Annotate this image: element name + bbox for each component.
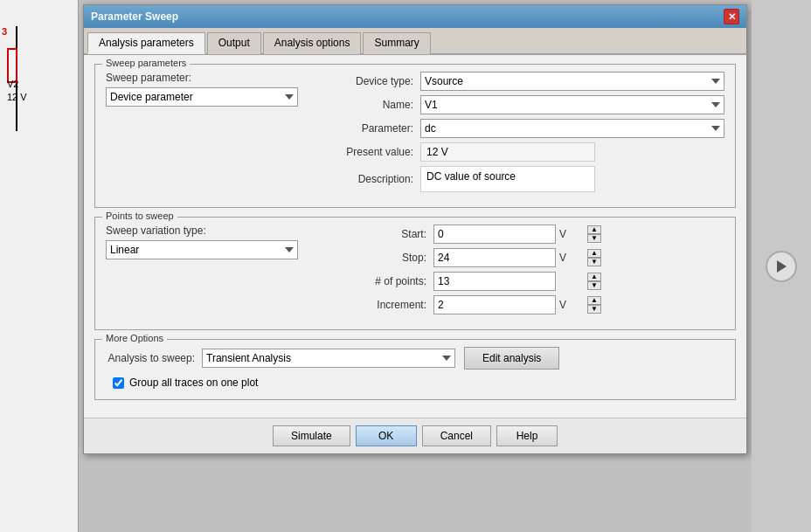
stop-spin-up[interactable]: ▲ xyxy=(587,249,601,258)
tab-analysis-parameters[interactable]: Analysis parameters xyxy=(87,32,205,54)
num-points-input[interactable] xyxy=(433,272,556,291)
simulate-button[interactable]: Simulate xyxy=(273,425,350,446)
sweep-params-section: Sweep parameters Sweep parameter: Device… xyxy=(94,64,736,208)
description-label: Description: xyxy=(333,173,420,185)
start-row: Start: V ▲ ▼ xyxy=(350,225,724,244)
stop-label: Stop: xyxy=(350,252,433,264)
dialog-content: Sweep parameters Sweep parameter: Device… xyxy=(84,55,746,418)
analysis-to-sweep-row: Analysis to sweep: Transient Analysis Ed… xyxy=(106,347,724,370)
variation-type-dropdown[interactable]: Linear xyxy=(106,240,298,259)
right-panel xyxy=(752,0,811,532)
tabs-container: Analysis parameters Output Analysis opti… xyxy=(84,28,746,55)
sweep-params-inner: Sweep parameter: Device parameter Device… xyxy=(106,72,724,197)
parameter-sweep-dialog: Parameter Sweep ✕ Analysis parameters Ou… xyxy=(83,4,747,454)
circuit-v2-label: V2 xyxy=(7,79,18,89)
start-unit: V xyxy=(559,228,586,240)
help-button[interactable]: Help xyxy=(496,425,558,446)
sweep-params-title: Sweep parameters xyxy=(102,58,190,68)
stop-spinner[interactable]: ▲ ▼ xyxy=(587,249,601,266)
cancel-button[interactable]: Cancel xyxy=(422,425,491,446)
name-label: Name: xyxy=(333,99,420,111)
parameter-label: Parameter: xyxy=(333,122,420,135)
num-points-spin-down[interactable]: ▼ xyxy=(587,281,601,290)
title-bar: Parameter Sweep ✕ xyxy=(84,5,746,28)
stop-unit: V xyxy=(559,252,586,264)
group-traces-checkbox[interactable] xyxy=(113,377,124,389)
start-spinner[interactable]: ▲ ▼ xyxy=(587,225,601,243)
more-options-title: More Options xyxy=(102,333,167,343)
start-input[interactable] xyxy=(433,225,556,244)
points-inner: Sweep variation type: Linear Start: V ▲ xyxy=(106,225,724,319)
circuit-12v-label: 12 V xyxy=(7,92,27,102)
parameter-row: Parameter: dc xyxy=(333,119,724,138)
variation-type-label: Sweep variation type: xyxy=(106,225,333,237)
num-points-row: # of points: ▲ ▼ xyxy=(350,272,724,291)
tab-analysis-options[interactable]: Analysis options xyxy=(263,32,362,54)
edit-analysis-button[interactable]: Edit analysis xyxy=(464,347,559,370)
num-points-spinner[interactable]: ▲ ▼ xyxy=(587,273,601,290)
increment-input[interactable] xyxy=(433,295,556,314)
more-options-section: More Options Analysis to sweep: Transien… xyxy=(94,339,736,400)
circuit-component xyxy=(7,48,17,83)
points-section: Points to sweep Sweep variation type: Li… xyxy=(94,217,736,330)
name-dropdown[interactable]: V1 xyxy=(420,95,724,114)
increment-spin-up[interactable]: ▲ xyxy=(587,296,601,305)
sweep-parameter-label: Sweep parameter: xyxy=(106,72,315,84)
parameter-dropdown[interactable]: dc xyxy=(420,119,724,138)
description-row: Description: DC value of source xyxy=(333,166,724,192)
circuit-wire-bottom xyxy=(16,105,17,131)
device-type-row: Device type: Vsource xyxy=(333,72,724,91)
description-field: DC value of source xyxy=(420,166,595,192)
points-title: Points to sweep xyxy=(102,211,177,221)
circuit-area: 3 V2 12 V xyxy=(0,0,79,532)
sweep-left-panel: Sweep parameter: Device parameter xyxy=(106,72,315,107)
stop-input[interactable] xyxy=(433,248,556,267)
tab-output[interactable]: Output xyxy=(207,32,261,54)
play-icon xyxy=(766,251,797,282)
stop-row: Stop: V ▲ ▼ xyxy=(350,248,724,267)
circuit-node-3: 3 xyxy=(2,26,7,37)
start-spin-down[interactable]: ▼ xyxy=(587,234,601,243)
start-spin-up[interactable]: ▲ xyxy=(587,225,601,234)
device-type-label: Device type: xyxy=(333,75,420,87)
tab-summary[interactable]: Summary xyxy=(363,32,430,54)
name-row: Name: V1 xyxy=(333,95,724,114)
num-points-label: # of points: xyxy=(350,275,433,287)
start-label: Start: xyxy=(350,228,433,240)
sweep-parameter-dropdown[interactable]: Device parameter xyxy=(106,87,298,107)
dialog-title: Parameter Sweep xyxy=(91,10,178,23)
analysis-to-sweep-dropdown[interactable]: Transient Analysis xyxy=(202,349,455,368)
increment-spin-down[interactable]: ▼ xyxy=(587,305,601,314)
stop-spin-down[interactable]: ▼ xyxy=(587,258,601,266)
analysis-to-sweep-label: Analysis to sweep: xyxy=(106,352,202,364)
present-value-field: 12 V xyxy=(420,142,595,162)
device-type-dropdown[interactable]: Vsource xyxy=(420,72,724,91)
points-left-panel: Sweep variation type: Linear xyxy=(106,225,333,259)
present-value-label: Present value: xyxy=(333,146,420,158)
increment-label: Increment: xyxy=(350,299,433,311)
increment-spinner[interactable]: ▲ ▼ xyxy=(587,296,601,314)
present-value-row: Present value: 12 V xyxy=(333,142,724,162)
group-traces-row: Group all traces on one plot xyxy=(113,377,724,389)
sweep-right-panel: Device type: Vsource Name: V1 xyxy=(315,72,724,197)
ok-button[interactable]: OK xyxy=(356,425,417,446)
play-svg xyxy=(775,259,787,273)
increment-unit: V xyxy=(559,299,586,311)
group-traces-label: Group all traces on one plot xyxy=(129,377,258,389)
num-points-spin-up[interactable]: ▲ xyxy=(587,273,601,281)
close-button[interactable]: ✕ xyxy=(724,9,739,24)
increment-row: Increment: V ▲ ▼ xyxy=(350,295,724,314)
bottom-bar: Simulate OK Cancel Help xyxy=(84,418,746,453)
svg-marker-0 xyxy=(777,260,787,273)
points-right-panel: Start: V ▲ ▼ Stop: V xyxy=(333,225,724,319)
dialog-wrapper: Parameter Sweep ✕ Analysis parameters Ou… xyxy=(79,0,752,532)
